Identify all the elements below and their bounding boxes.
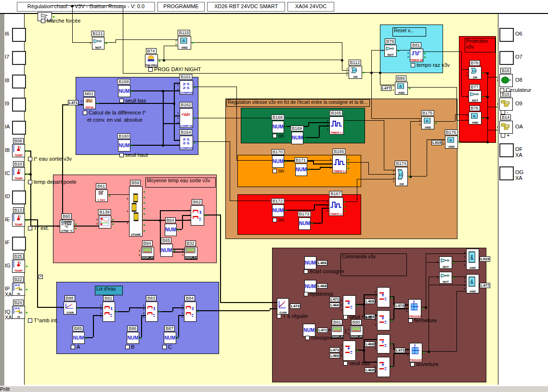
comment-fermeture[interactable]: fermeture [408,317,437,323]
block-B81-timerbh[interactable]: TIMER BH››▸▸ [410,49,423,62]
comment-t-amb-int-[interactable]: T°amb int. [28,317,58,323]
io-input-slot-I8[interactable] [12,75,26,89]
comment-checkbox[interactable] [408,318,413,323]
block-B115-and[interactable]: &AND››▸ [178,36,191,50]
block-B84-math[interactable]: x=››››▸ [184,302,196,322]
io-output-B16-motor[interactable]: › [499,74,513,87]
block-not[interactable]: NOT›▸ [439,272,452,284]
io-input-slot-I7[interactable] [12,51,26,65]
block-B172-num[interactable]: NUM▸ [272,204,284,217]
block-B158-num[interactable]: NUM▸ [118,85,130,97]
io-output-slot-OG[interactable] [499,166,514,180]
block-B112-or[interactable]: ≥1OR›››▸ [349,66,362,79]
block-B79-not[interactable]: NOT›▸ [384,45,397,57]
io-input-slot-I6[interactable] [12,28,26,42]
block-B65-num[interactable]: NUM▸ [160,244,173,257]
block-and[interactable]: &AND››››▸ [466,249,479,270]
link-label-L919[interactable]: L919 [480,256,490,262]
block-B164-compare[interactable]: ≥≤≥≤COMPARE››▸ [180,136,193,150]
comment-checkbox[interactable] [501,110,505,114]
block-B94-display[interactable]: DISPLAY›› [141,247,154,260]
comment-consigne[interactable]: consigne [305,335,332,341]
block-trigger[interactable]: +TRIGGER››▸ [408,299,421,318]
comment-checkbox[interactable] [28,318,32,323]
link-label-L471[interactable]: L471 [329,297,340,302]
link-label-L919[interactable]: L919 [431,140,442,145]
link-label-L468[interactable]: L468 [317,283,327,289]
comment-on[interactable]: on [273,168,284,174]
block-B77-not[interactable]: NOT›▸ [469,90,482,102]
block-B165-timerli[interactable]: TIMER LI›››▸▸▸ [329,116,344,135]
comment-c[interactable]: C [162,344,172,350]
block-B88-gain[interactable]: GAIN›▸ [64,302,77,315]
comment-checkbox[interactable] [41,19,45,23]
link-label-L473[interactable]: L473 [290,303,300,309]
comment-checkbox[interactable] [28,157,32,161]
block-not[interactable]: NOT›▸ [439,256,452,269]
io-input-B08-temp[interactable]: TEMP▸ [12,144,25,157]
comment-checkbox[interactable] [304,292,308,296]
block-B161-compare[interactable]: ≥≤≥≤COMPARE››▸ [180,80,193,95]
comment-hyst-r-sis[interactable]: hystérésis [304,291,334,297]
comment-marche-forc-e[interactable]: Marche forcée [41,18,80,24]
io-input-slot-IF[interactable] [12,237,26,251]
block-addsub[interactable]: +=›››▸ [377,357,390,377]
comment-checkbox[interactable] [28,180,32,184]
comment-checkbox[interactable] [277,314,281,318]
region-title-loi-eau[interactable]: Loi d'eau [95,286,123,295]
block-B76-and[interactable]: &AND››▸ [469,112,482,125]
comment-temp-depart-poele[interactable]: temp depart poele [28,179,77,185]
comment-checkbox[interactable] [304,269,308,274]
comment--[interactable]: + [501,132,509,138]
comment--[interactable]: - [501,109,509,115]
block-addsub[interactable]: +=›››▸ [377,334,390,354]
comment-checkbox[interactable] [411,63,415,67]
block-addsub[interactable]: +=›››▸ [377,287,390,307]
comment-checkbox[interactable] [273,169,277,173]
link-label-L477[interactable]: L477 [480,283,490,288]
comment-checkbox[interactable] [119,99,124,103]
block-B174-or[interactable]: ≥1OR››››▸ [395,167,408,186]
block-B64-num[interactable]: NUM▸ [165,224,177,236]
io-output-B14-tap[interactable]: › [499,121,513,134]
block-B121-not[interactable]: NOT›▸ [92,37,104,50]
link-label-L473[interactable]: L473 [394,303,405,308]
link-label-L471[interactable]: L471 [317,328,328,333]
comment-checkbox[interactable] [273,218,277,222]
io-input-slot-IA[interactable] [12,121,26,135]
io-input-B24-xaai[interactable]: XAAIAI▸ [12,306,25,319]
comment-checkbox[interactable] [501,133,505,138]
block-B87-num[interactable]: NUM▸ [164,332,176,344]
comment-a[interactable]: A [71,344,80,350]
io-output-slot-O7[interactable] [499,51,514,65]
block-B170-num[interactable]: NUM▸ [272,155,284,168]
link-label-L471[interactable]: L471 [68,100,78,105]
comment--cart-consigne[interactable]: écart consigne [304,268,344,274]
comment-checkbox[interactable] [162,345,167,349]
block-B171-num[interactable]: NUM▸ [295,164,307,176]
comment-et-conv-en-val-absolue[interactable]: et conv. en val. absolue [87,117,143,123]
block-B91-display[interactable]: DISPLAY›› [331,326,344,339]
io-input-slot-I9[interactable] [12,98,26,112]
block-B59-store[interactable]: STORE›››▸▸▸▸▸▸▸▸ [129,186,143,237]
region-title-reset[interactable]: Reset v... [392,27,426,37]
block-B74-timeprog[interactable]: ☼TIM PRG▸ [145,54,158,67]
comment-seuil-bas[interactable]: seuil bas [119,98,146,103]
block-B78-or[interactable]: ≥1OR›››▸ [469,66,482,79]
block-addsub[interactable]: +=›››▸ [343,341,356,361]
block-B175-and[interactable]: &AND››▸ [421,116,434,129]
block-B86-num[interactable]: NUM▸ [127,332,139,344]
comment-checkbox[interactable] [119,153,124,157]
block-B173-num[interactable]: NUM▸ [299,217,311,230]
comment-seuil-haut[interactable]: seuil haut [119,152,148,158]
link-label-L468[interactable]: L468 [365,367,375,373]
block-B62-math[interactable]: x=›››▸ [191,205,204,226]
comment-checkbox[interactable] [273,134,277,138]
block-B85-num[interactable]: NUM▸ [72,332,85,344]
link-label-L468[interactable]: L468 [365,341,375,347]
link-label-L466[interactable]: L466 [329,353,340,358]
comment-checkbox[interactable] [28,226,32,230]
region-title-regulation[interactable]: Regulation vitesse v3v en fct de l'écart… [226,99,370,107]
comment-t-eau-sortie-v3v[interactable]: t° eau sortie v3v [28,156,72,162]
comment-checkbox[interactable] [71,345,75,349]
